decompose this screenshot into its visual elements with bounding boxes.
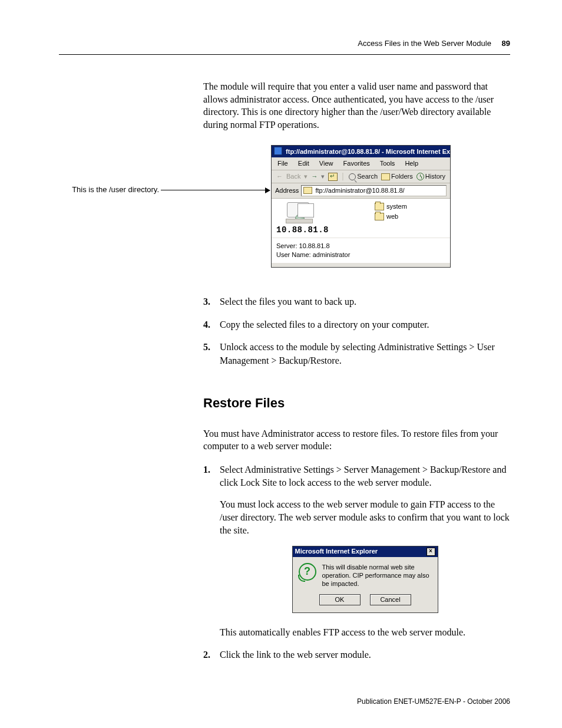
publication-footer: Publication ENET-UM527E-EN-P - October 2…: [357, 697, 510, 706]
browser-toolbar: Back ▾ ▾ │ Search Folders History: [272, 170, 450, 183]
menu-edit[interactable]: Edit: [298, 160, 309, 167]
step-1: Select Administrative Settings > Server …: [203, 463, 510, 640]
chapter-title: Access Files in the Web Server Module: [358, 39, 491, 48]
history-label: History: [425, 172, 445, 181]
callout-text: This is the /user directory.: [59, 185, 159, 195]
callout-leader-line: [161, 190, 266, 190]
folder-icon: [375, 213, 384, 220]
step-5: Unlock access to the module by selecting…: [203, 341, 510, 367]
header-rule: [59, 54, 510, 55]
folder-name: web: [386, 212, 398, 221]
computer-icon: [285, 202, 315, 223]
intro-paragraph: The module will require that you enter a…: [203, 80, 510, 131]
server-icon-block: 10.88.81.8: [276, 202, 323, 236]
folders-label: Folders: [391, 172, 413, 181]
folder-icon: [375, 203, 384, 210]
address-input[interactable]: ftp://administrator@10.88.81.8/: [301, 185, 447, 196]
confirm-dialog-figure: Microsoft Internet Explorer × ? This wil…: [220, 546, 510, 613]
search-label: Search: [357, 172, 378, 181]
window-title: ftp://administrator@10.88.81.8/ - Micros…: [286, 148, 450, 155]
folder-system[interactable]: system: [375, 202, 407, 211]
step-1-note: You must lock access to the web server m…: [220, 498, 510, 538]
step-2: Click the link to the web server module.: [203, 648, 510, 661]
dialog-title-bar: Microsoft Internet Explorer ×: [293, 546, 438, 557]
callout-arrow-icon: [265, 187, 270, 193]
back-button[interactable]: Back: [286, 172, 300, 181]
folder-name: system: [386, 202, 407, 211]
folders-icon: [381, 173, 390, 180]
window-title-bar: ftp://administrator@10.88.81.8/ - Micros…: [272, 146, 450, 157]
history-button[interactable]: History: [416, 172, 445, 181]
dialog-message: This will disable normal web site operat…: [322, 563, 432, 588]
step-3: Select the files you want to back up.: [203, 295, 510, 308]
question-icon: ?: [299, 563, 316, 581]
toolbar-separator: │: [341, 172, 345, 181]
menu-view[interactable]: View: [319, 160, 333, 167]
page-header: Access Files in the Web Server Module 89: [59, 39, 510, 48]
menu-file[interactable]: File: [277, 160, 288, 167]
folder-listing: system web: [375, 202, 407, 222]
content-column: The module will require that you enter a…: [203, 80, 510, 671]
restore-files-heading: Restore Files: [203, 394, 510, 412]
dialog-title: Microsoft Internet Explorer: [295, 547, 378, 556]
address-label: Address: [275, 186, 299, 195]
status-server: Server: 10.88.81.8: [276, 242, 445, 251]
ok-button[interactable]: OK: [319, 594, 361, 605]
back-arrow-icon: [276, 172, 283, 181]
menu-bar: File Edit View Favorites Tools Help: [272, 157, 450, 170]
page-number: 89: [502, 39, 510, 48]
back-dropdown-icon[interactable]: ▾: [304, 172, 308, 181]
ftp-screenshot-figure: This is the /user directory. ftp://admin…: [203, 145, 510, 278]
menu-tools[interactable]: Tools: [380, 160, 395, 167]
up-directory-icon[interactable]: [328, 173, 338, 181]
backup-steps-list: Select the files you want to back up. Co…: [203, 295, 510, 367]
dialog-close-button[interactable]: ×: [427, 548, 435, 556]
address-value: ftp://administrator@10.88.81.8/: [315, 187, 404, 194]
restore-steps-list: Select Administrative Settings > Server …: [203, 463, 510, 662]
address-bar: Address ftp://administrator@10.88.81.8/: [272, 183, 450, 199]
dialog-buttons: OK Cancel: [293, 592, 438, 612]
forward-arrow-icon[interactable]: [311, 172, 318, 181]
restore-intro-paragraph: You must have Administrator access to re…: [203, 427, 510, 453]
address-folder-icon: [303, 187, 312, 194]
search-icon: [349, 173, 356, 180]
step-1-text: Select Administrative Settings > Server …: [220, 465, 506, 487]
menu-favorites[interactable]: Favorites: [343, 160, 370, 167]
menu-help[interactable]: Help: [405, 160, 418, 167]
app-icon: [274, 147, 282, 155]
confirm-dialog: Microsoft Internet Explorer × ? This wil…: [292, 546, 438, 613]
step-1-result: This automatically enables FTP access to…: [220, 626, 510, 639]
forward-dropdown-icon[interactable]: ▾: [321, 172, 325, 181]
folder-web[interactable]: web: [375, 212, 407, 221]
status-panel: Server: 10.88.81.8 User Name: administra…: [272, 238, 450, 263]
status-user: User Name: administrator: [276, 251, 445, 259]
history-icon: [416, 173, 424, 180]
folders-button[interactable]: Folders: [381, 172, 413, 181]
computer-base-icon: [286, 219, 313, 223]
server-ip-label: 10.88.81.8: [276, 225, 323, 236]
step-4: Copy the selected files to a directory o…: [203, 318, 510, 331]
dialog-body: ? This will disable normal web site oper…: [293, 557, 438, 592]
browser-content-pane: 10.88.81.8 system web: [272, 199, 450, 238]
browser-window: ftp://administrator@10.88.81.8/ - Micros…: [271, 145, 451, 268]
cancel-button[interactable]: Cancel: [370, 594, 411, 605]
search-button[interactable]: Search: [349, 172, 378, 181]
